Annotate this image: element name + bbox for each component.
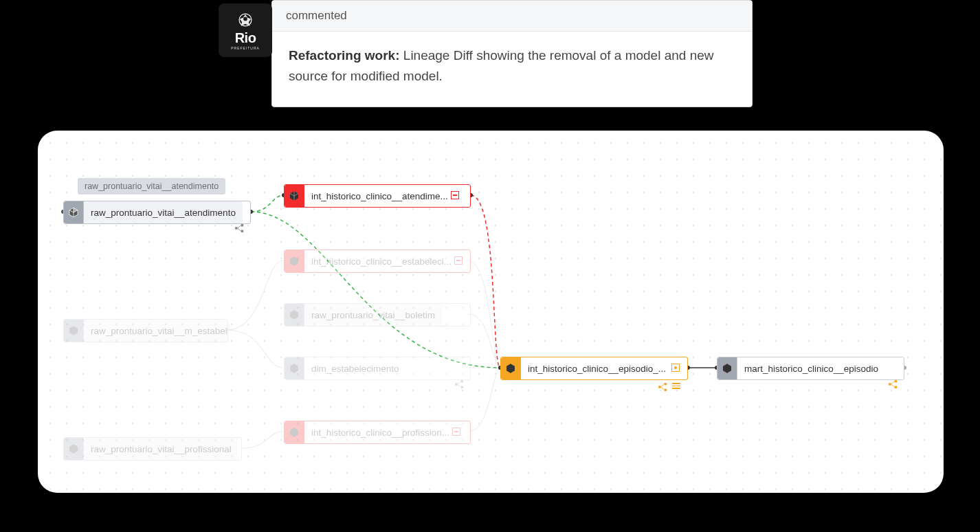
comment-title: Refactoring work: (289, 48, 400, 63)
svg-rect-12 (241, 230, 243, 232)
svg-rect-20 (895, 380, 897, 382)
tree-icon (235, 224, 245, 234)
node-label: raw_prontuario_vitai__atendimento (83, 201, 243, 223)
node-int-atendime[interactable]: int_historico_clinico__atendime... (284, 184, 471, 208)
cube-icon (285, 421, 304, 443)
svg-rect-10 (235, 227, 237, 229)
cube-icon (64, 201, 83, 223)
node-raw-atendimento[interactable]: raw_prontuario_vitai__atendimento (63, 201, 251, 224)
tree-icon (889, 380, 898, 390)
list-icon (672, 383, 682, 391)
node-mart-episodio[interactable]: mart_historico_clinico__episodio (717, 357, 904, 380)
lion-icon (235, 10, 256, 30)
node-int-profission[interactable]: int_historico_clinico__profission... (284, 421, 471, 444)
node-int-episodio[interactable]: int_historico_clinico__episodio_... (500, 357, 688, 380)
node-footer-icons (658, 383, 682, 391)
node-label: dim_estabelecimento (304, 357, 406, 379)
dot-icon (671, 364, 681, 373)
svg-rect-17 (665, 383, 667, 385)
svg-point-1 (243, 17, 247, 21)
svg-rect-19 (889, 383, 891, 385)
node-label: int_historico_clinico__atendime... (304, 185, 465, 207)
svg-rect-13 (455, 383, 457, 385)
minus-icon (454, 256, 464, 266)
cube-icon (285, 304, 304, 326)
node-label: mart_historico_clinico__episodio (737, 357, 885, 379)
cube-icon (285, 250, 304, 272)
minus-icon (451, 191, 460, 201)
cube-icon (64, 438, 83, 460)
svg-rect-18 (665, 389, 667, 391)
svg-rect-16 (658, 386, 660, 388)
node-label: raw_prontuario_vitai__m_estabele... (83, 320, 227, 342)
svg-rect-14 (461, 380, 463, 382)
svg-rect-15 (461, 386, 463, 388)
minus-icon (452, 428, 462, 437)
node-raw-m-estabele[interactable]: raw_prontuario_vitai__m_estabele... (63, 319, 228, 342)
logo-subtitle: PREFEITURA (231, 46, 260, 50)
node-raw-boletim[interactable]: raw_prontuario_vitai__boletim (284, 303, 471, 326)
cube-icon (501, 357, 520, 379)
node-int-estabeleci[interactable]: int_historico_clinico__estabeleci... (284, 250, 471, 273)
node-raw-profissional[interactable]: raw_prontuario_vitai__profissional (63, 437, 242, 461)
logo-text: Rio (235, 31, 256, 45)
cube-icon (285, 185, 304, 207)
tree-icon (455, 380, 465, 390)
comment-header: commented (272, 1, 752, 32)
cube-icon (285, 357, 304, 379)
node-label: raw_prontuario_vitai__profissional (83, 438, 238, 460)
cube-icon (64, 320, 83, 342)
svg-rect-11 (241, 224, 243, 226)
node-dim-estabelecimento[interactable]: dim_estabelecimento (284, 357, 471, 380)
node-label: int_historico_clinico__estabeleci... (304, 250, 468, 272)
cube-icon (717, 357, 737, 379)
node-label: int_historico_clinico__episodio_... (520, 357, 685, 379)
node-label: int_historico_clinico__profission... (304, 421, 466, 443)
comment-card: commented Refactoring work: Lineage Diff… (271, 0, 753, 107)
selected-node-label: raw_prontuario_vitai__atendimento (78, 178, 225, 195)
lineage-canvas[interactable]: raw_prontuario_vitai__atendimento raw_pr… (38, 131, 944, 493)
svg-rect-21 (895, 386, 897, 388)
rio-logo: Rio PREFEITURA (219, 3, 272, 57)
comment-body: Refactoring work: Lineage Diff showing t… (272, 32, 752, 107)
node-label: raw_prontuario_vitai__boletim (304, 304, 442, 326)
